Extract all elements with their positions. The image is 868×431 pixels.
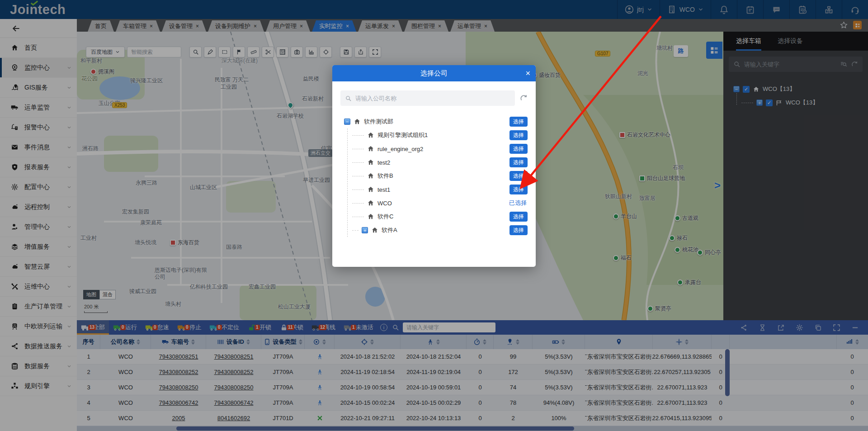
tree-connector	[352, 217, 364, 217]
tree-node-company[interactable]: test2 选择	[344, 156, 528, 169]
select-button[interactable]: 选择	[509, 117, 528, 127]
tree-node-company-wco[interactable]: WCO 已选择	[344, 196, 528, 210]
home-icon	[367, 186, 374, 193]
tree-connector	[352, 230, 359, 231]
tree-connector	[352, 149, 364, 149]
expand-plus-icon[interactable]: ＋	[362, 227, 368, 233]
tree-node-company[interactable]: ＋ 软件A 选择	[344, 223, 528, 237]
select-button[interactable]: 选择	[509, 130, 528, 140]
select-button[interactable]: 选择	[509, 212, 528, 222]
company-search-box	[340, 90, 515, 106]
tree-connector	[352, 176, 364, 176]
collapse-minus-icon[interactable]: −	[344, 118, 350, 125]
tree-node-company[interactable]: rule_engine_org2 选择	[344, 142, 528, 156]
select-button[interactable]: 选择	[509, 157, 528, 167]
home-icon	[367, 172, 374, 180]
home-icon	[367, 132, 374, 139]
close-icon[interactable]: ×	[525, 65, 530, 81]
tree-connector	[352, 203, 364, 204]
tree-connector	[352, 135, 364, 136]
tree-connector	[352, 189, 364, 190]
select-button[interactable]: 选择	[509, 171, 528, 181]
company-tree: − 软件测试部 选择 规则引擎测试组织1 选择 rule_engine_org2…	[332, 109, 536, 237]
modal-header: 选择公司 ×	[332, 65, 536, 81]
tree-node-company-test1[interactable]: test1 选择	[344, 183, 528, 196]
selected-label: 已选择	[509, 199, 527, 207]
tree-node-company[interactable]: 软件B 选择	[344, 169, 528, 183]
refresh-icon[interactable]	[519, 94, 528, 102]
modal-title: 选择公司	[420, 69, 448, 78]
tree-node-company[interactable]: − 软件测试部 选择	[344, 115, 528, 128]
home-icon	[367, 145, 374, 152]
select-button-test1[interactable]: 选择	[509, 185, 528, 194]
search-icon	[345, 95, 352, 102]
home-icon	[367, 213, 374, 220]
home-icon	[367, 159, 374, 166]
home-icon	[371, 227, 378, 234]
tree-connector	[352, 162, 364, 163]
home-icon	[367, 199, 374, 207]
tree-node-company[interactable]: 规则引擎测试组织1 选择	[344, 128, 528, 142]
select-button[interactable]: 选择	[509, 144, 528, 154]
select-company-modal: 选择公司 × − 软件测试部 选择 规则引擎测试组织1 选择 rule_engi…	[332, 65, 536, 267]
home-icon	[354, 118, 361, 125]
tree-node-company[interactable]: 软件C 选择	[344, 210, 528, 223]
company-search-input[interactable]	[355, 95, 510, 102]
select-button[interactable]: 选择	[509, 225, 528, 235]
